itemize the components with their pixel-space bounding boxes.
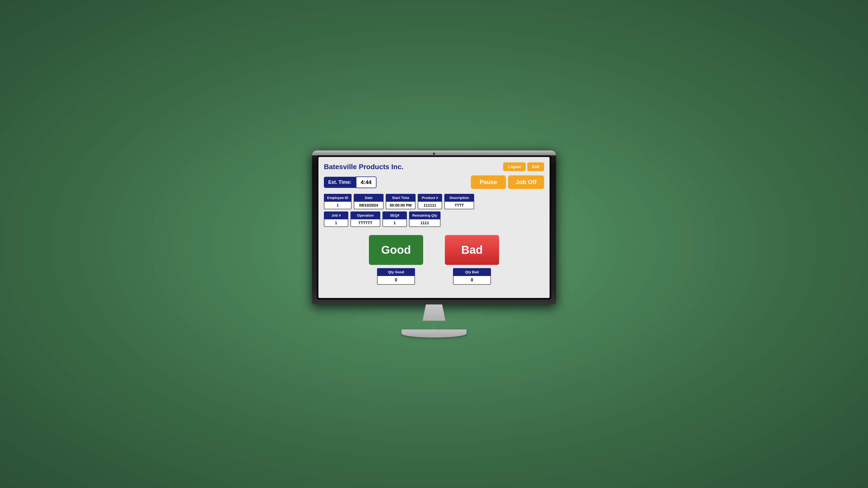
job-label: Job # xyxy=(324,212,348,219)
bad-column: Bad Qty Bad 0 xyxy=(445,235,499,285)
date-field: Date 09/10/2024 xyxy=(354,194,383,209)
est-time-value: 4:44 xyxy=(356,176,376,188)
description-value: TTTT xyxy=(444,202,474,209)
pause-button[interactable]: Pause xyxy=(471,175,506,189)
product-field: Product # 111111 xyxy=(418,194,442,209)
logout-button[interactable]: Logout xyxy=(503,162,526,171)
screen: Batesville Products Inc. Logout Exit Est… xyxy=(318,157,550,298)
product-label: Product # xyxy=(418,194,442,202)
qty-bad-group: Qty Bad 0 xyxy=(453,268,491,285)
bad-button[interactable]: Bad xyxy=(445,235,499,265)
est-time-label: Est. Time: xyxy=(324,177,356,188)
remaining-qty-field: Remaining Qty 1111 xyxy=(409,212,440,227)
screen-bezel: Batesville Products Inc. Logout Exit Est… xyxy=(317,155,551,300)
action-section: Good Qty Good 0 Bad Qty Bad 0 xyxy=(324,235,544,285)
field-row-1: Employee ID 1 Date 09/10/2024 Start Time… xyxy=(324,194,544,209)
qty-bad-value: 0 xyxy=(453,276,491,285)
date-value: 09/10/2024 xyxy=(354,202,383,209)
qty-bad-label: Qty Bad xyxy=(453,268,491,276)
employee-id-label: Employee ID xyxy=(324,194,351,202)
monitor-body: Batesville Products Inc. Logout Exit Est… xyxy=(312,151,556,304)
operation-label: Operation xyxy=(350,212,380,219)
field-row-2: Job # 1 Operation TTTTTT SEQ# 1 Remain xyxy=(324,212,544,227)
seq-field: SEQ# 1 xyxy=(382,212,407,227)
app-header: Batesville Products Inc. Logout Exit xyxy=(324,162,544,171)
action-buttons: Pause Job Off xyxy=(471,175,544,189)
remaining-qty-label: Remaining Qty xyxy=(409,212,440,219)
monitor-wrapper: Batesville Products Inc. Logout Exit Est… xyxy=(312,151,556,337)
description-field: Description TTTT xyxy=(444,194,474,209)
employee-id-field: Employee ID 1 xyxy=(324,194,351,209)
qty-good-value: 0 xyxy=(377,276,415,285)
start-time-label: Start Time xyxy=(386,194,415,202)
monitor-stand-base xyxy=(401,329,467,337)
start-time-field: Start Time 00:00:00 PM xyxy=(386,194,415,209)
job-value: 1 xyxy=(324,219,348,227)
header-buttons: Logout Exit xyxy=(503,162,544,171)
operation-field: Operation TTTTTT xyxy=(350,212,380,227)
seq-label: SEQ# xyxy=(382,212,407,219)
employee-id-value: 1 xyxy=(324,202,351,209)
start-time-value: 00:00:00 PM xyxy=(386,202,415,209)
exit-button[interactable]: Exit xyxy=(527,162,544,171)
job-off-button[interactable]: Job Off xyxy=(508,175,544,189)
qty-good-label: Qty Good xyxy=(377,268,415,276)
est-time-container: Est. Time: 4:44 xyxy=(324,176,376,188)
monitor-stand-neck xyxy=(418,304,450,321)
product-value: 111111 xyxy=(418,202,442,209)
info-section: Employee ID 1 Date 09/10/2024 Start Time… xyxy=(324,194,544,227)
camera-dot xyxy=(433,153,435,155)
app-title: Batesville Products Inc. xyxy=(324,163,403,171)
time-row: Est. Time: 4:44 Pause Job Off xyxy=(324,175,544,189)
remaining-qty-value: 1111 xyxy=(409,219,440,227)
date-label: Date xyxy=(354,194,383,202)
qty-good-group: Qty Good 0 xyxy=(377,268,415,285)
description-label: Description xyxy=(444,194,474,202)
job-field: Job # 1 xyxy=(324,212,348,227)
operation-value: TTTTTT xyxy=(350,219,380,227)
good-column: Good Qty Good 0 xyxy=(369,235,423,285)
good-button[interactable]: Good xyxy=(369,235,423,265)
seq-value: 1 xyxy=(382,219,407,227)
